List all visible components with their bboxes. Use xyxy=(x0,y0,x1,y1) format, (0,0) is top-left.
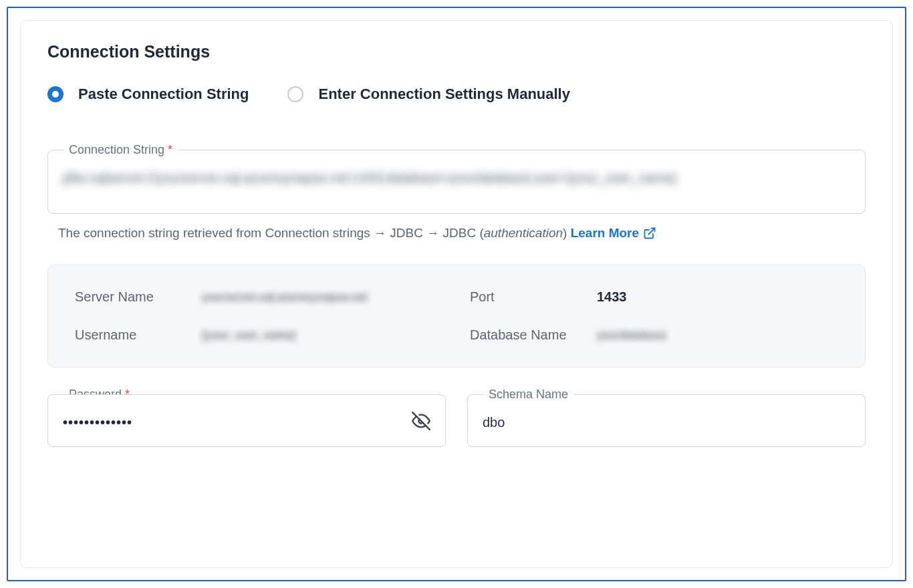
helper-text-post: ) xyxy=(563,226,571,240)
parsed-values-box: Server Name yourserver.sql.azuresynapse.… xyxy=(47,265,866,368)
radio-manual-label: Enter Connection Settings Manually xyxy=(318,86,569,103)
radio-paste-connection-string[interactable]: Paste Connection String xyxy=(47,86,249,103)
eye-off-icon xyxy=(412,412,430,430)
connection-string-label: Connection String * xyxy=(63,143,178,157)
toggle-password-visibility-button[interactable] xyxy=(411,411,431,431)
section-title: Connection Settings xyxy=(47,42,866,61)
radio-inner-dot-icon xyxy=(52,91,59,98)
helper-text-italic: authentication xyxy=(484,226,563,240)
external-link-icon xyxy=(643,227,656,240)
database-name-row: Database Name yourdatabase xyxy=(470,327,838,343)
password-schema-row: Password * xyxy=(47,394,866,454)
port-row: Port 1433 xyxy=(470,289,838,305)
connection-string-value: jdbc:sqlserver://yourserver.sql.azuresyn… xyxy=(63,170,676,185)
required-asterisk: * xyxy=(168,143,172,156)
password-input-wrap xyxy=(47,394,446,447)
radio-unselected-icon xyxy=(287,86,303,102)
schema-name-label: Schema Name xyxy=(483,388,573,402)
database-name-label: Database Name xyxy=(470,327,597,343)
helper-text-pre: The connection string retrieved from Con… xyxy=(58,226,484,240)
radio-enter-manually[interactable]: Enter Connection Settings Manually xyxy=(287,86,569,103)
server-name-value: yourserver.sql.azuresynapse.net xyxy=(202,291,368,303)
port-label: Port xyxy=(470,289,597,305)
password-input[interactable] xyxy=(47,394,446,447)
outer-frame: Connection Settings Paste Connection Str… xyxy=(7,7,906,581)
radio-paste-label: Paste Connection String xyxy=(78,86,249,103)
learn-more-link[interactable]: Learn More xyxy=(571,226,656,241)
connection-string-input[interactable]: jdbc:sqlserver://yourserver.sql.azuresyn… xyxy=(47,150,866,214)
server-name-row: Server Name yourserver.sql.azuresynapse.… xyxy=(75,289,443,305)
connection-string-helper: The connection string retrieved from Con… xyxy=(58,226,866,241)
connection-string-label-text: Connection String xyxy=(69,143,164,156)
username-row: Username {your_user_name} xyxy=(75,327,443,343)
learn-more-text: Learn More xyxy=(571,226,639,241)
svg-line-0 xyxy=(648,229,654,235)
username-value: {your_user_name} xyxy=(202,329,296,341)
schema-name-label-text: Schema Name xyxy=(489,388,568,401)
schema-name-field: Schema Name xyxy=(467,394,866,447)
database-name-value: yourdatabase xyxy=(597,329,666,341)
radio-selected-icon xyxy=(47,86,63,102)
server-name-label: Server Name xyxy=(75,289,202,305)
password-field: Password * xyxy=(47,394,446,447)
connection-mode-radio-group: Paste Connection String Enter Connection… xyxy=(47,86,866,103)
connection-string-field: Connection String * jdbc:sqlserver://you… xyxy=(47,150,866,214)
username-label: Username xyxy=(75,327,202,343)
port-value: 1433 xyxy=(597,289,627,305)
connection-settings-panel: Connection Settings Paste Connection Str… xyxy=(20,20,893,568)
schema-name-input[interactable] xyxy=(467,394,866,447)
parsed-values-grid: Server Name yourserver.sql.azuresynapse.… xyxy=(75,289,838,343)
